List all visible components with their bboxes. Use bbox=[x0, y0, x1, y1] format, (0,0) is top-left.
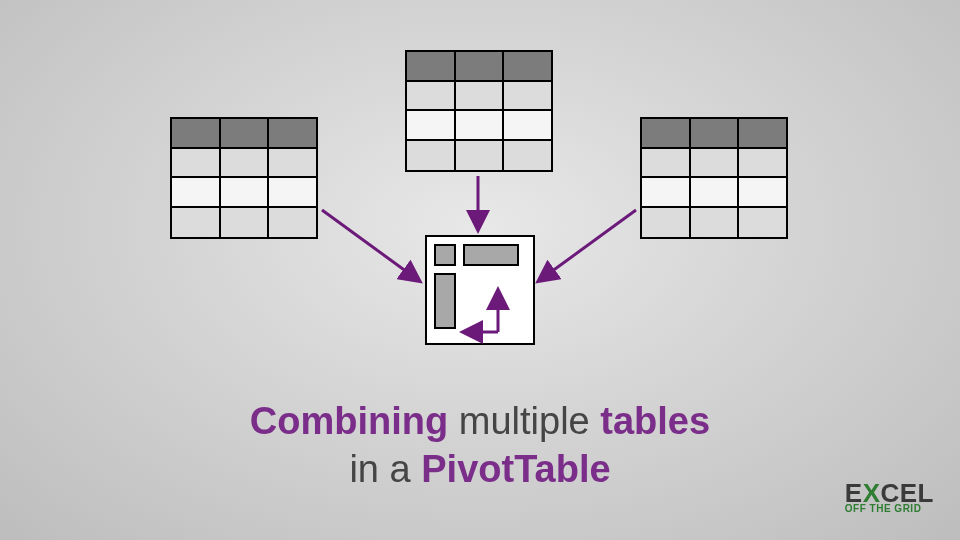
pivot-filter-block bbox=[434, 244, 456, 266]
source-table-right bbox=[640, 117, 788, 239]
pivot-rows-block bbox=[434, 273, 456, 329]
pivot-table-icon bbox=[425, 235, 535, 345]
pivot-columns-block bbox=[463, 244, 519, 266]
source-table-center bbox=[405, 50, 553, 172]
title-word-ina: in a bbox=[349, 448, 421, 490]
brand-logo: EXCEL OFF THE GRID bbox=[845, 482, 934, 514]
arrow-left-to-pivot bbox=[322, 210, 418, 280]
brand-name: EXCEL bbox=[845, 482, 934, 505]
slide-title: Combining multiple tables in a PivotTabl… bbox=[0, 398, 960, 493]
title-word-multiple: multiple bbox=[448, 400, 600, 442]
arrow-right-to-pivot bbox=[540, 210, 636, 280]
title-word-tables: tables bbox=[600, 400, 710, 442]
title-word-pivottable: PivotTable bbox=[421, 448, 610, 490]
title-word-combining: Combining bbox=[250, 400, 448, 442]
source-table-left bbox=[170, 117, 318, 239]
brand-tagline: OFF THE GRID bbox=[845, 503, 934, 514]
